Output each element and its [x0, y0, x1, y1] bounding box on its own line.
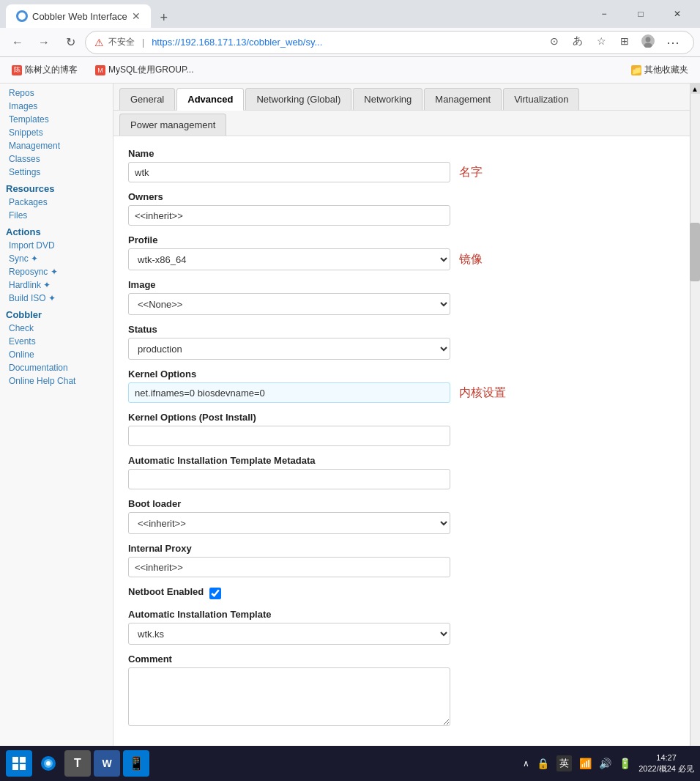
owners-label: Owners [128, 191, 655, 202]
taskbar-word-icon[interactable]: W [94, 750, 120, 777]
forward-button[interactable]: → [32, 31, 56, 54]
netboot-enabled-label: Netboot Enabled [128, 586, 204, 597]
taskbar-clock[interactable]: 14:27 2022/概24 必见 [638, 752, 694, 775]
comment-group: Comment [128, 654, 655, 728]
scroll-up-button[interactable]: ▲ [690, 84, 700, 94]
sidebar-item-reposync[interactable]: Reposync ✦ [0, 265, 113, 278]
bookmark-mysql[interactable]: M MySQL使用GROUP... [89, 61, 199, 79]
sidebar-item-classes[interactable]: Classes [0, 152, 113, 166]
sidebar-item-repos[interactable]: Repos [0, 86, 113, 100]
sidebar-item-management[interactable]: Management [0, 139, 113, 152]
kernel-options-group: Kernel Options 内核设置 [128, 369, 655, 403]
sidebar-item-files[interactable]: Files [0, 209, 113, 222]
taskbar-browser-icon[interactable] [35, 750, 62, 777]
profile-button[interactable] [638, 31, 658, 51]
tabs-bar-row2: Power management [113, 111, 690, 136]
taskbar-wifi-icon: 📶 [579, 758, 592, 769]
taskbar-t-icon[interactable]: T [64, 750, 91, 777]
more-button[interactable]: ⋯ [661, 31, 685, 54]
auto-install-template-group: Automatic Installation Template wtk.ks [128, 609, 655, 645]
translate-button[interactable]: あ [567, 31, 588, 51]
tab-general[interactable]: General [119, 88, 175, 110]
close-button[interactable]: ✕ [660, 0, 694, 28]
taskbar-lang-indicator[interactable]: 英 [556, 755, 572, 771]
security-label: 不安全 [108, 36, 135, 48]
bookmark-favicon-mysql: M [95, 65, 105, 75]
tab-networking-global[interactable]: Networking (Global) [245, 88, 351, 110]
maximize-button[interactable]: □ [624, 0, 658, 28]
boot-loader-select[interactable]: <<inherit>> [128, 512, 450, 534]
boot-loader-label: Boot loader [128, 498, 655, 509]
owners-group: Owners [128, 191, 655, 226]
reader-view-button[interactable]: ⊙ [544, 31, 565, 51]
image-select[interactable]: <<None>> [128, 293, 450, 315]
image-label: Image [128, 279, 655, 290]
svg-point-2 [646, 37, 651, 42]
security-icon: ⚠ [94, 37, 104, 48]
new-tab-button[interactable]: + [154, 7, 174, 28]
svg-rect-5 [20, 757, 26, 763]
tab-virtualization[interactable]: Virtualization [503, 88, 579, 110]
sidebar-item-check[interactable]: Check [0, 322, 113, 335]
taskbar-start-button[interactable] [6, 750, 32, 777]
collections-button[interactable]: ⊞ [614, 31, 635, 51]
svg-point-10 [46, 761, 51, 766]
sidebar-item-hardlink[interactable]: Hardlink ✦ [0, 278, 113, 292]
internal-proxy-input[interactable] [128, 557, 450, 577]
folder-icon: 📁 [631, 65, 641, 75]
svg-point-0 [18, 12, 26, 20]
kernel-options-post-input[interactable] [128, 426, 450, 446]
name-label: Name [128, 148, 655, 159]
url-bar[interactable]: ⚠ 不安全 | https://192.168.171.13/cobbler_w… [85, 31, 694, 54]
sidebar-item-documentation[interactable]: Documentation [0, 361, 113, 374]
bookmark-label-mysql: MySQL使用GROUP... [108, 64, 193, 76]
minimize-button[interactable]: − [587, 0, 621, 28]
taskbar-time-display: 14:27 [638, 752, 694, 763]
tab-advanced[interactable]: Advanced [176, 88, 244, 111]
sidebar-item-events[interactable]: Events [0, 335, 113, 348]
sidebar-item-packages[interactable]: Packages [0, 196, 113, 209]
taskbar-caret-icon[interactable]: ∧ [523, 758, 529, 769]
auto-install-template-label: Automatic Installation Template [128, 609, 655, 620]
sidebar-item-import-dvd[interactable]: Import DVD [0, 239, 113, 252]
sidebar-item-online-help-chat[interactable]: Online Help Chat [0, 374, 113, 388]
bookmark-blog[interactable]: 陈 陈树义的博客 [6, 61, 83, 79]
form-body: Name 名字 Owners Profile wtk-x86_64 镜像 [113, 136, 670, 749]
tab-networking[interactable]: Networking [353, 88, 422, 110]
scrollbar[interactable]: ▲ ▼ [690, 84, 700, 781]
taskbar-phone-icon[interactable]: 📱 [123, 750, 149, 777]
kernel-options-input[interactable] [128, 382, 450, 403]
sidebar-item-sync[interactable]: Sync ✦ [0, 252, 113, 265]
sidebar-item-online[interactable]: Online [0, 348, 113, 361]
tab-power-management[interactable]: Power management [119, 114, 226, 136]
sidebar-item-templates[interactable]: Templates [0, 113, 113, 126]
browser-tab[interactable]: Cobbler Web Interface ✕ [6, 4, 151, 28]
profile-label: Profile [128, 234, 655, 245]
bookmark-folder[interactable]: 📁 其他收藏夹 [625, 61, 694, 79]
name-annotation: 名字 [459, 165, 483, 180]
sidebar-item-images[interactable]: Images [0, 100, 113, 113]
netboot-enabled-checkbox[interactable] [209, 588, 221, 599]
image-group: Image <<None>> [128, 279, 655, 315]
profile-select[interactable]: wtk-x86_64 [128, 248, 450, 270]
tab-management[interactable]: Management [424, 88, 502, 110]
refresh-button[interactable]: ↻ [59, 31, 82, 54]
scrollbar-thumb[interactable] [690, 223, 700, 281]
taskbar-date-display: 2022/概24 必见 [638, 763, 694, 774]
status-select[interactable]: production development testing [128, 338, 450, 360]
comment-textarea[interactable] [128, 667, 450, 726]
tabs-bar: General Advanced Networking (Global) Net… [113, 84, 690, 111]
tab-close-button[interactable]: ✕ [132, 10, 141, 22]
auto-install-template-select[interactable]: wtk.ks [128, 623, 450, 645]
sidebar-item-build-iso[interactable]: Build ISO ✦ [0, 292, 113, 305]
auto-install-meta-input[interactable] [128, 469, 450, 489]
internal-proxy-group: Internal Proxy [128, 543, 655, 577]
owners-input[interactable] [128, 205, 450, 226]
sidebar-item-settings[interactable]: Settings [0, 166, 113, 179]
favorites-button[interactable]: ☆ [591, 31, 611, 51]
name-input[interactable] [128, 162, 450, 182]
netboot-enabled-group: Netboot Enabled [128, 586, 655, 600]
back-button[interactable]: ← [6, 31, 29, 54]
sidebar-item-snippets[interactable]: Snippets [0, 126, 113, 139]
auto-install-meta-label: Automatic Installation Template Metadata [128, 455, 655, 466]
